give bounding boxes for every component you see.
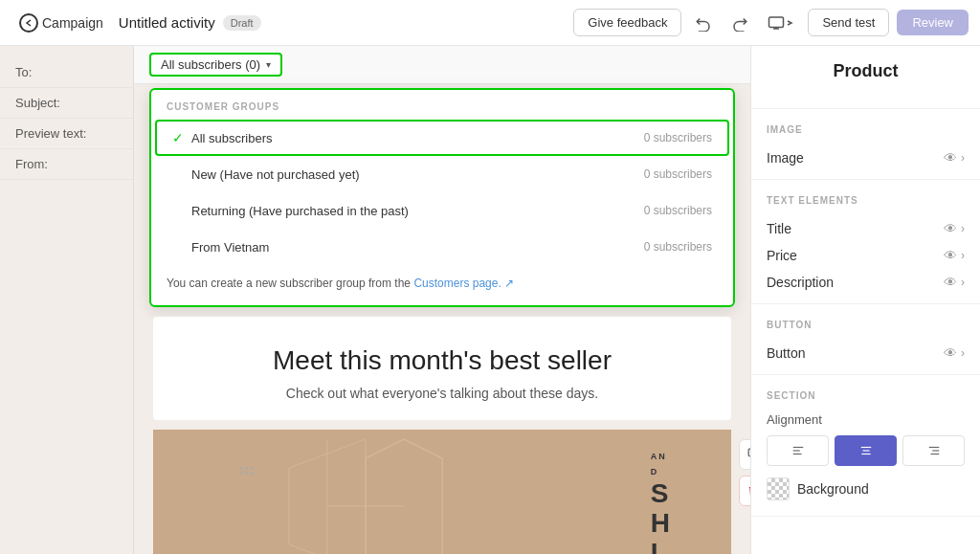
review-button[interactable]: Review <box>897 10 969 35</box>
background-label: Background <box>797 481 869 497</box>
option-label: New (Have not purchased yet) <box>191 167 360 182</box>
description-label: Description <box>767 275 834 290</box>
preview-button[interactable] <box>762 9 800 37</box>
note-text: You can create a new subscriber group fr… <box>167 277 413 290</box>
back-icon <box>19 13 38 33</box>
customers-page-link[interactable]: Customers page. ↗ <box>413 277 514 290</box>
price-row: Price 👁 › <box>767 242 965 269</box>
back-label: Campaign <box>42 15 103 31</box>
left-panel: To: Subject: Preview text: From: <box>0 46 134 554</box>
svg-marker-8 <box>366 439 442 554</box>
topbar: Campaign Untitled activity Draft Give fe… <box>0 0 980 46</box>
email-content: Meet this month's best seller Check out … <box>153 317 731 420</box>
description-actions: 👁 › <box>944 275 965 290</box>
topbar-left: Campaign Untitled activity Draft <box>11 10 566 36</box>
option-count: 0 subscribers <box>644 131 712 144</box>
align-left-button[interactable] <box>767 435 829 466</box>
image-eye-icon[interactable]: 👁 <box>944 150 957 166</box>
subscriber-option-new[interactable]: ✓ New (Have not purchased yet) 0 subscri… <box>155 156 729 192</box>
title-row: Title 👁 › <box>767 215 965 242</box>
subscriber-option-returning[interactable]: ✓ Returning (Have purchased in the past)… <box>155 192 729 229</box>
button-row: Button 👁 › <box>767 340 965 366</box>
drag-handle[interactable] <box>239 467 255 475</box>
main-area: To: Subject: Preview text: From: All sub… <box>0 46 980 554</box>
email-headline: Meet this month's best seller <box>172 345 712 376</box>
image-section-label: IMAGE <box>767 124 965 135</box>
option-label: Returning (Have purchased in the past) <box>191 204 409 218</box>
background-checker[interactable] <box>767 477 790 500</box>
background-row: Background <box>767 477 965 500</box>
button-label: Button <box>767 345 805 361</box>
price-actions: 👁 › <box>944 248 965 263</box>
option-count: 0 subscribers <box>644 240 712 254</box>
draft-badge: Draft <box>223 15 261 31</box>
delete-icon[interactable] <box>739 476 750 506</box>
text-elements-label: TEXT ELEMENTS <box>767 195 965 206</box>
button-actions: 👁 › <box>944 345 965 361</box>
image-section: IMAGE Image 👁 › <box>751 109 980 180</box>
svg-rect-0 <box>769 17 784 28</box>
undo-button[interactable] <box>689 9 718 37</box>
product-image: AND SHINE <box>153 430 731 554</box>
duplicate-icon[interactable] <box>739 439 750 470</box>
alignment-buttons <box>767 435 965 466</box>
to-field: To: <box>0 57 133 88</box>
title-label: Title <box>767 221 791 236</box>
subject-field: Subject: <box>0 88 133 119</box>
title-eye-icon[interactable]: 👁 <box>944 221 957 236</box>
text-elements-section: TEXT ELEMENTS Title 👁 › Price 👁 › Descri… <box>751 180 980 304</box>
image-row: Image 👁 › <box>767 144 965 171</box>
center-canvas: All subscribers (0) ▾ CUSTOMER GROUPS ✓ … <box>134 46 750 554</box>
from-label: From: <box>15 157 48 171</box>
subscriber-option-all[interactable]: ✓ All subscribers 0 subscribers <box>155 120 729 156</box>
section-section: SECTION Alignment Background <box>751 375 980 517</box>
section-label: SECTION <box>767 390 965 401</box>
shine-text: AND SHINE <box>651 449 674 554</box>
subscriber-dropdown[interactable]: All subscribers (0) ▾ <box>149 53 282 77</box>
from-field: From: <box>0 149 133 180</box>
button-section: BUTTON Button 👁 › <box>751 304 980 375</box>
redo-button[interactable] <box>725 9 754 37</box>
email-subtext: Check out what everyone's talking about … <box>172 386 712 401</box>
product-illustration <box>153 430 731 554</box>
price-eye-icon[interactable]: 👁 <box>944 248 957 263</box>
to-label: To: <box>15 65 32 79</box>
align-right-button[interactable] <box>902 435 965 466</box>
panel-header: Product <box>751 46 980 109</box>
image-label: Image <box>767 150 804 166</box>
send-test-button[interactable]: Send test <box>808 9 889 36</box>
option-count: 0 subscribers <box>644 204 712 217</box>
customer-groups-dropdown: CUSTOMER GROUPS ✓ All subscribers 0 subs… <box>149 88 735 307</box>
subscriber-option-vietnam[interactable]: ✓ From Vietnam 0 subscribers <box>155 229 729 265</box>
button-section-label: BUTTON <box>767 320 965 330</box>
description-row: Description 👁 › <box>767 269 965 296</box>
option-label: From Vietnam <box>191 240 269 255</box>
product-image-section: AND SHINE <box>153 430 731 554</box>
image-chevron-icon[interactable]: › <box>961 151 965 165</box>
topbar-right: Give feedback Send test Review <box>573 9 969 37</box>
subscriber-dropdown-value: All subscribers (0) <box>161 57 260 72</box>
button-eye-icon[interactable]: 👁 <box>944 345 957 361</box>
content-actions <box>739 439 750 506</box>
back-button[interactable]: Campaign <box>11 10 111 36</box>
activity-title: Untitled activity <box>119 14 215 31</box>
description-chevron-icon[interactable]: › <box>961 276 965 289</box>
panel-title: Product <box>767 61 965 81</box>
preview-text-field: Preview text: <box>0 119 133 149</box>
check-icon: ✓ <box>172 130 184 145</box>
alignment-text: Alignment <box>767 412 822 427</box>
title-chevron-icon[interactable]: › <box>961 222 965 235</box>
align-center-button[interactable] <box>835 435 897 466</box>
feedback-button[interactable]: Give feedback <box>573 9 681 36</box>
image-actions: 👁 › <box>944 150 965 166</box>
customer-groups-label: CUSTOMER GROUPS <box>151 101 733 120</box>
preview-text-label: Preview text: <box>15 126 86 141</box>
button-chevron-icon[interactable]: › <box>961 346 965 360</box>
description-eye-icon[interactable]: 👁 <box>944 275 957 290</box>
dropdown-arrow-icon: ▾ <box>266 59 271 70</box>
option-count: 0 subscribers <box>644 167 712 181</box>
to-row: All subscribers (0) ▾ <box>134 46 750 84</box>
price-chevron-icon[interactable]: › <box>961 249 965 262</box>
subject-label: Subject: <box>15 96 60 110</box>
subscriber-note: You can create a new subscriber group fr… <box>151 265 733 294</box>
